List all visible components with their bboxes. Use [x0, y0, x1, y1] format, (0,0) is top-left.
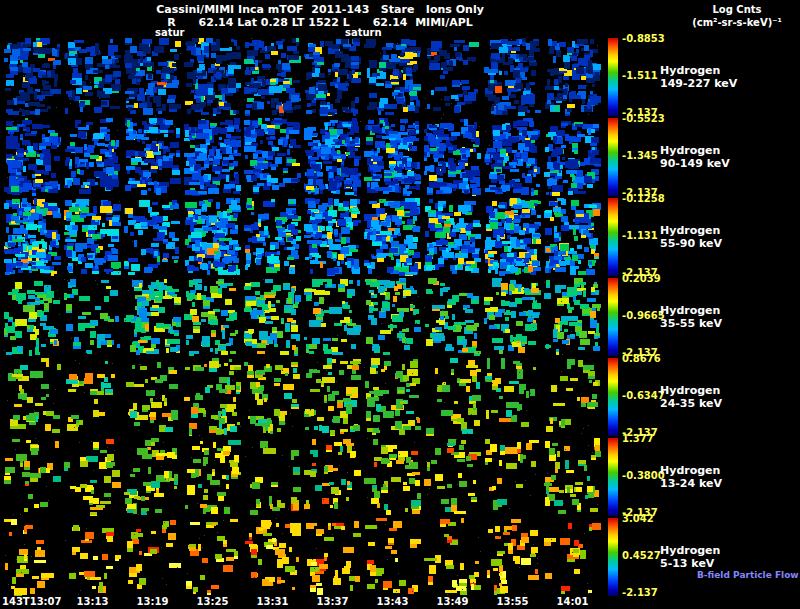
sky-image-panel [64, 278, 121, 356]
sky-image-panel [364, 38, 421, 116]
saturn-marker-label-2: saturn [345, 27, 382, 38]
energy-range-label: 149-227 keV [660, 77, 737, 90]
energy-range-label: 13-24 keV [660, 477, 722, 490]
sky-image-panel [64, 38, 121, 116]
sky-image-panel [484, 438, 541, 516]
colorbar-max-label: -0.5523 [622, 114, 665, 124]
row-label: Hydrogen5-13 keV [660, 544, 720, 570]
species-label: Hydrogen [660, 64, 737, 77]
colorbar [608, 278, 618, 356]
sky-image-panel [544, 198, 601, 276]
time-tick-label: 13:19 [137, 596, 169, 607]
sky-image-panel [184, 358, 241, 436]
row-label: Hydrogen149-227 keV [660, 64, 737, 90]
row-label: Hydrogen55-90 keV [660, 224, 722, 250]
sky-image-panel [484, 358, 541, 436]
species-label: Hydrogen [660, 144, 730, 157]
sky-image-panel [544, 518, 601, 596]
time-tick-label: 13:37 [317, 596, 349, 607]
colorbar [608, 358, 618, 436]
sky-image-panel [484, 518, 541, 596]
time-tick-label: 14:01 [557, 596, 589, 607]
sky-image-panel [64, 118, 121, 196]
plot-subtitle: R 62.14 Lat 0.28 LT 1522 L 62.14 MIMI/AP… [0, 16, 640, 29]
sky-image-panel [364, 118, 421, 196]
sky-image-panel [244, 518, 301, 596]
sky-image-panel [364, 438, 421, 516]
sky-image-panel [124, 278, 181, 356]
sky-image-panel [424, 278, 481, 356]
species-label: Hydrogen [660, 384, 722, 397]
sky-image-panel [124, 198, 181, 276]
sky-image-panel [4, 438, 61, 516]
sky-image-panel [304, 278, 361, 356]
sky-image-panel [364, 518, 421, 596]
energy-range-label: 90-149 keV [660, 157, 730, 170]
channel-row: -0.1258-1.131-2.137Hydrogen55-90 keV [0, 198, 800, 276]
channel-row: 1.377-0.3800-2.137Hydrogen13-24 keV [0, 438, 800, 516]
sky-image-panel [244, 438, 301, 516]
row-label: Hydrogen13-24 keV [660, 464, 722, 490]
time-tick-label: 13:13 [77, 596, 109, 607]
sky-image-panel [4, 278, 61, 356]
colorbar-mid-label: -1.345 [622, 151, 658, 161]
sky-image-panel [244, 118, 301, 196]
sky-image-panel [124, 38, 181, 116]
sky-image-panel [184, 38, 241, 116]
saturn-marker-label-1: satur [155, 27, 185, 38]
sky-image-panel [4, 358, 61, 436]
sky-image-panel [4, 38, 61, 116]
colorbar [608, 118, 618, 196]
colorbar-max-label: 0.8676 [622, 354, 661, 364]
colorbar-units-line2: (cm²-sr-s-keV)⁻¹ [676, 16, 798, 29]
energy-range-label: 55-90 keV [660, 237, 722, 250]
sky-image-panel [304, 358, 361, 436]
channel-row: 0.2039-0.9665-2.137Hydrogen35-55 keV [0, 278, 800, 356]
sky-image-panel [64, 518, 121, 596]
time-tick-label: 13:49 [437, 596, 469, 607]
channel-row: 3.0420.4527-2.137Hydrogen5-13 keV [0, 518, 800, 596]
sky-image-panel [184, 198, 241, 276]
sky-image-panel [4, 198, 61, 276]
sky-image-panel [424, 118, 481, 196]
colorbar [608, 518, 618, 596]
sky-image-panel [424, 198, 481, 276]
sky-image-panel [64, 438, 121, 516]
sky-image-panel [484, 198, 541, 276]
sky-image-panel [184, 518, 241, 596]
energy-range-label: 35-55 keV [660, 317, 722, 330]
species-label: Hydrogen [660, 304, 722, 317]
colorbar-mid-label: -0.9665 [622, 311, 665, 321]
species-label: Hydrogen [660, 544, 720, 557]
sky-image-panel [424, 518, 481, 596]
colorbar-max-label: -0.1258 [622, 194, 665, 204]
sky-image-panel [484, 278, 541, 356]
colorbar-units-line1: Log Cnts [676, 3, 798, 16]
time-tick-label: 143T13:07 [2, 596, 62, 607]
sky-image-panel [184, 278, 241, 356]
sky-image-panel [424, 38, 481, 116]
sky-image-panel [364, 278, 421, 356]
colorbar-mid-label: -1.131 [622, 231, 658, 241]
time-tick-label: 13:31 [257, 596, 289, 607]
colorbar [608, 38, 618, 116]
bfield-particle-flow-label: B-field Particle Flow [697, 570, 799, 580]
species-label: Hydrogen [660, 464, 722, 477]
colorbar-mid-label: -1.511 [622, 71, 658, 81]
sky-image-panel [184, 438, 241, 516]
channel-row: -0.8853-1.511-2.137Hydrogen149-227 keV [0, 38, 800, 116]
sky-image-panel [184, 118, 241, 196]
row-label: Hydrogen35-55 keV [660, 304, 722, 330]
energy-range-label: 24-35 keV [660, 397, 722, 410]
sky-image-panel [244, 198, 301, 276]
time-axis: 143T13:0713:1313:1913:2513:3113:3713:431… [0, 596, 800, 609]
row-label: Hydrogen90-149 keV [660, 144, 730, 170]
channel-row: 0.8676-0.6347-2.137Hydrogen24-35 keV [0, 358, 800, 436]
colorbar-mid-label: 0.4527 [622, 551, 661, 561]
sky-image-panel [364, 198, 421, 276]
sky-image-panel [124, 118, 181, 196]
plot-title: Cassini/MIMI Inca mTOF 2011-143 Stare Io… [0, 3, 640, 16]
colorbar-mid-label: -0.3800 [622, 471, 665, 481]
sky-image-panel [244, 278, 301, 356]
sky-image-panel [544, 438, 601, 516]
